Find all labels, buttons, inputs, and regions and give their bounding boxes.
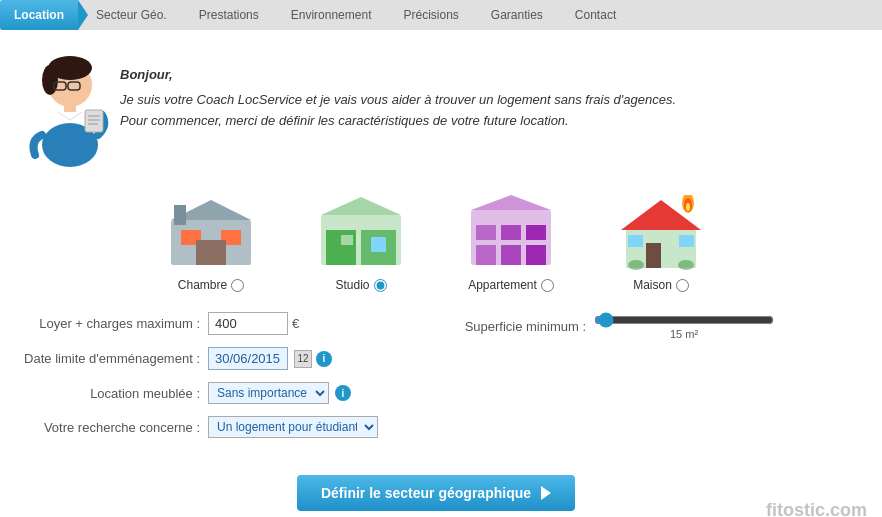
maison-icon [616, 195, 706, 270]
superficie-slider-container: 15 m² [594, 312, 774, 340]
recherche-row: Votre recherche concerne : Un logement p… [20, 416, 416, 438]
superficie-value: 15 m² [670, 328, 698, 340]
breadcrumb-precisions[interactable]: Précisions [385, 0, 472, 30]
recherche-label: Votre recherche concerne : [20, 420, 200, 435]
breadcrumb-prestations[interactable]: Prestations [181, 0, 273, 30]
svg-point-41 [678, 260, 694, 270]
svg-rect-30 [501, 245, 521, 265]
svg-rect-7 [85, 110, 103, 132]
property-type-chambre[interactable]: Chambre [166, 195, 256, 292]
recherche-select[interactable]: Un logement pour étudiant Un logement pe… [208, 416, 378, 438]
appartement-radio[interactable] [541, 279, 554, 292]
svg-point-39 [686, 203, 690, 211]
studio-icon [316, 195, 406, 270]
svg-rect-31 [526, 245, 546, 265]
breadcrumb-contact[interactable]: Contact [557, 0, 630, 30]
appartement-icon [466, 195, 556, 270]
date-icons: 12 i [294, 350, 332, 368]
breadcrumb-garanties[interactable]: Garanties [473, 0, 557, 30]
property-type-maison[interactable]: Maison [616, 195, 706, 292]
property-type-studio[interactable]: Studio [316, 195, 406, 292]
watermark: fitostic.com [766, 500, 867, 517]
date-row: Date limite d'emménagement : 12 i [20, 347, 416, 370]
form-section: Loyer + charges maximum : € Date limite … [20, 312, 852, 450]
cta-button[interactable]: Définir le secteur géographique [297, 475, 575, 511]
coach-message: Bonjour, Je suis votre Coach LocService … [120, 50, 676, 131]
chambre-label: Chambre [178, 278, 244, 292]
superficie-slider[interactable] [594, 312, 774, 328]
svg-rect-34 [646, 243, 661, 268]
loyer-label: Loyer + charges maximum : [20, 316, 200, 331]
svg-rect-28 [526, 225, 546, 240]
svg-point-40 [628, 260, 644, 270]
meublee-select[interactable]: Sans importance Meublée Non meublée [208, 382, 329, 404]
property-type-appartement[interactable]: Appartement [466, 195, 556, 292]
coach-avatar [20, 50, 120, 170]
chambre-radio[interactable] [231, 279, 244, 292]
svg-rect-26 [476, 225, 496, 240]
info-icon-meublee[interactable]: i [335, 385, 351, 401]
main-content: Bonjour, Je suis votre Coach LocService … [0, 30, 882, 517]
svg-rect-29 [476, 245, 496, 265]
maison-label: Maison [633, 278, 689, 292]
svg-rect-36 [679, 235, 694, 247]
svg-rect-23 [341, 235, 353, 245]
chambre-icon [166, 195, 256, 270]
date-input[interactable] [208, 347, 288, 370]
meublee-row: Location meublée : Sans importance Meubl… [20, 382, 416, 404]
svg-marker-19 [321, 197, 401, 215]
loyer-input[interactable] [208, 312, 288, 335]
maison-radio[interactable] [676, 279, 689, 292]
breadcrumb-environnement[interactable]: Environnement [273, 0, 386, 30]
svg-rect-22 [371, 237, 386, 252]
breadcrumb-secteur[interactable]: Secteur Géo. [78, 0, 181, 30]
form-left: Loyer + charges maximum : € Date limite … [20, 312, 416, 450]
calendar-icon[interactable]: 12 [294, 350, 312, 368]
appartement-label: Appartement [468, 278, 554, 292]
meublee-label: Location meublée : [20, 386, 200, 401]
date-label: Date limite d'emménagement : [20, 351, 200, 366]
breadcrumb-nav: Location Secteur Géo. Prestations Enviro… [0, 0, 882, 30]
currency-symbol: € [292, 316, 299, 331]
info-icon-date[interactable]: i [316, 351, 332, 367]
property-type-selector: Chambre Studio [20, 195, 852, 292]
svg-rect-17 [174, 205, 186, 225]
svg-rect-27 [501, 225, 521, 240]
arrow-right-icon [541, 486, 551, 500]
studio-label: Studio [335, 278, 386, 292]
svg-marker-25 [471, 195, 551, 210]
cta-section: Définir le secteur géographique [20, 475, 852, 511]
svg-rect-16 [196, 240, 226, 265]
coach-section: Bonjour, Je suis votre Coach LocService … [20, 50, 852, 170]
meublee-icons: i [335, 385, 351, 401]
loyer-row: Loyer + charges maximum : € [20, 312, 416, 335]
svg-rect-35 [628, 235, 643, 247]
form-right: Superficie minimum : 15 m² [456, 312, 852, 450]
studio-radio[interactable] [374, 279, 387, 292]
superficie-label: Superficie minimum : [456, 319, 586, 334]
superficie-row: Superficie minimum : 15 m² [456, 312, 852, 340]
breadcrumb-location[interactable]: Location [0, 0, 78, 30]
